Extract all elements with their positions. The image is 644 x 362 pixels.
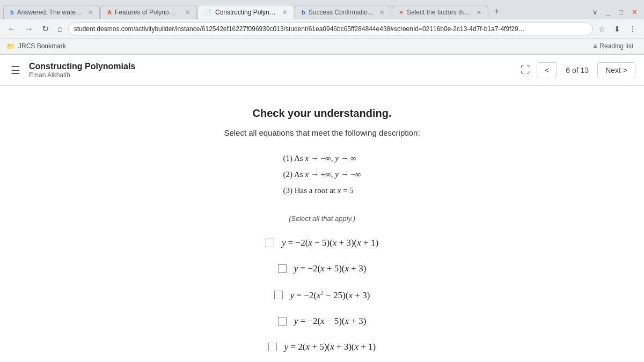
tab4-close[interactable]: ✕ [379, 9, 384, 16]
answer-math-5: y = 2(x + 5)(x + 3)(x + 1) [284, 342, 376, 352]
tab3-close[interactable]: ✕ [282, 9, 287, 16]
tab1-close[interactable]: ✕ [88, 9, 93, 16]
checkbox-3[interactable] [274, 291, 283, 299]
home-button[interactable]: ⌂ [54, 22, 66, 36]
minimize-btn[interactable]: _ [603, 7, 613, 17]
checkbox-1[interactable] [266, 239, 274, 247]
answer-option-2: y = −2(x + 5)(x + 3) [91, 263, 553, 274]
app-header: ☰ Constructing Polynomials Eman Alkhatib… [0, 55, 644, 86]
main-content: Check your understanding. Select all equ… [80, 86, 564, 362]
browser-chrome: b Answered: The water from an… ✕ A Featu… [0, 0, 644, 55]
tab3-label: Constructing Polynomials [215, 9, 277, 16]
condition-1: (1) As x → −∞, y → ∞ [283, 150, 361, 166]
answer-option-4: y = −2(x − 5)(x + 3) [91, 316, 553, 327]
answer-option-1: y = −2(x − 5)(x + 3)(x + 1) [91, 238, 553, 248]
reading-list-label: Reading list [599, 42, 633, 50]
maximize-btn[interactable]: □ [616, 7, 626, 17]
tab2-icon: A [107, 9, 112, 16]
app-subtitle: Eman Alkhatib [29, 71, 514, 79]
answer-math-4: y = −2(x − 5)(x + 3) [294, 316, 367, 327]
tab5-label: Select the factors that multip… [407, 9, 471, 16]
tab-4[interactable]: b Success Confirmation of Que… ✕ [295, 5, 391, 19]
tab-dropdown-btn[interactable]: ∨ [589, 7, 601, 17]
tab5-close[interactable]: ✕ [477, 9, 481, 16]
checkbox-2[interactable] [278, 264, 287, 273]
tab-bar: b Answered: The water from an… ✕ A Featu… [0, 0, 644, 19]
answer-math-2: y = −2(x + 5)(x + 3) [294, 263, 367, 274]
tab4-label: Success Confirmation of Que… [309, 9, 374, 16]
prev-button[interactable]: < [537, 62, 557, 78]
question-instructions: Select all equations that meet the follo… [91, 128, 553, 137]
nav-bar: ← → ↻ ⌂ ☆ ⬇ ⋮ [0, 19, 644, 39]
bookmark-bar: 📁 JRCS Bookmark ≡ Reading list [0, 39, 644, 54]
expand-icon: ⛶ [521, 64, 530, 75]
answer-option-3: y = −2(x2 − 25)(x + 3) [91, 289, 553, 301]
tab3-icon: 📄 [204, 9, 212, 16]
download-btn[interactable]: ⬇ [611, 23, 624, 35]
close-window-btn[interactable]: ✕ [628, 7, 641, 17]
tab1-icon: b [10, 9, 14, 16]
tab-2[interactable]: A Features of Polynomial Funct… ✕ [100, 5, 197, 19]
reading-list-icon: ≡ [593, 42, 597, 50]
back-button[interactable]: ← [4, 22, 19, 36]
question-title: Check your understanding. [91, 107, 553, 120]
tab5-icon: ✕ [399, 9, 404, 16]
bookmark-star-btn[interactable]: ☆ [595, 23, 609, 35]
new-tab-button[interactable]: + [489, 3, 504, 19]
tab4-icon: b [302, 9, 305, 16]
bookmark-folder-icon: 📁 [6, 42, 15, 50]
expand-button[interactable]: ⛶ [514, 62, 537, 78]
bookmark-link[interactable]: JRCS Bookmark [18, 42, 66, 50]
tab-controls: ∨ _ □ ✕ [589, 7, 641, 19]
tab-5[interactable]: ✕ Select the factors that multip… ✕ [392, 5, 488, 19]
tab2-close[interactable]: ✕ [185, 9, 190, 16]
next-label: Next > [605, 66, 627, 75]
hamburger-button[interactable]: ☰ [9, 62, 23, 79]
address-bar[interactable] [68, 23, 593, 35]
answer-math-3: y = −2(x2 − 25)(x + 3) [290, 289, 370, 301]
forward-button[interactable]: → [21, 22, 36, 36]
conditions-list: (1) As x → −∞, y → ∞ (2) As x → +∞, y → … [283, 150, 361, 198]
app-title: Constructing Polynomials [29, 62, 514, 71]
answer-math-1: y = −2(x − 5)(x + 3)(x + 1) [282, 238, 378, 248]
condition-3: (3) Has a root at x = 5 [283, 182, 361, 198]
nav-extras: ☆ ⬇ ⋮ [595, 23, 640, 35]
more-btn[interactable]: ⋮ [626, 23, 640, 35]
tab-3[interactable]: 📄 Constructing Polynomials ✕ [197, 5, 294, 19]
tab2-label: Features of Polynomial Funct… [115, 9, 180, 16]
checkbox-5[interactable] [268, 343, 277, 351]
select-hint: (Select all that apply.) [91, 215, 553, 223]
app-title-section: Constructing Polynomials Eman Alkhatib [29, 62, 514, 79]
prev-icon: < [545, 66, 549, 75]
refresh-button[interactable]: ↻ [39, 21, 52, 36]
condition-2: (2) As x → +∞, y → −∞ [283, 166, 361, 182]
tab1-label: Answered: The water from an… [17, 9, 83, 16]
conditions-wrapper: (1) As x → −∞, y → ∞ (2) As x → +∞, y → … [91, 150, 553, 209]
next-button[interactable]: Next > [597, 62, 635, 78]
checkbox-4[interactable] [278, 317, 287, 326]
tab-1[interactable]: b Answered: The water from an… ✕ [3, 5, 100, 19]
page-indicator: 6 of 13 [561, 66, 593, 75]
answer-option-5: y = 2(x + 5)(x + 3)(x + 1) [91, 342, 553, 352]
nav-controls: < 6 of 13 Next > [537, 62, 635, 78]
reading-list-btn[interactable]: ≡ Reading list [589, 40, 638, 52]
